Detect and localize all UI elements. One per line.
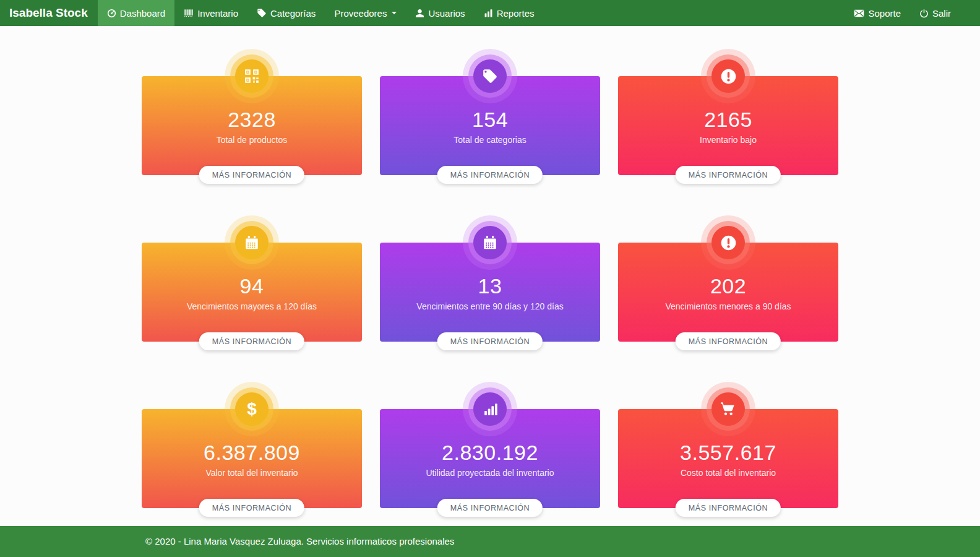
footer: © 2020 - Lina Maria Vasquez Zuluaga. Ser…	[0, 526, 980, 557]
more-info-button[interactable]: MÁS INFORMACIÓN	[676, 332, 781, 350]
stat-label: Inventario bajo	[618, 135, 838, 145]
nav-item-label: Reportes	[497, 8, 535, 19]
more-info-button[interactable]: MÁS INFORMACIÓN	[437, 332, 543, 350]
nav-item-proveedores[interactable]: Proveedores	[325, 0, 406, 26]
stat-cards-grid: 2328 Total de productos MÁS INFORMACIÓN …	[142, 26, 838, 508]
nav-item-dashboard[interactable]: Dashboard	[98, 0, 174, 26]
nav-item-soporte[interactable]: Soporte	[845, 0, 910, 26]
stat-label: Total de productos	[142, 135, 362, 145]
calendar-icon	[235, 226, 269, 259]
stat-label: Costo total del inventario	[618, 468, 838, 478]
stat-label: Valor total del inventario	[142, 468, 362, 478]
stat-label: Vencimientos entre 90 días y 120 días	[380, 301, 600, 311]
stat-card-valor-inventario: $ 6.387.809 Valor total del inventario M…	[142, 409, 362, 508]
nav-item-label: Salir	[932, 8, 951, 19]
stat-card-costo-inventario: 3.557.617 Costo total del inventario MÁS…	[618, 409, 838, 508]
stat-label: Vencimientos mayores a 120 días	[142, 301, 362, 311]
dollar-icon: $	[235, 392, 269, 426]
stat-card-total-productos: 2328 Total de productos MÁS INFORMACIÓN	[142, 76, 362, 175]
nav-item-label: Proveedores	[334, 8, 387, 19]
more-info-button[interactable]: MÁS INFORMACIÓN	[437, 166, 543, 184]
more-info-button[interactable]: MÁS INFORMACIÓN	[676, 499, 781, 517]
bar-chart-icon	[484, 9, 493, 18]
nav-item-label: Usuarios	[428, 8, 465, 19]
more-info-button[interactable]: MÁS INFORMACIÓN	[199, 332, 304, 350]
nav-item-label: Soporte	[868, 8, 901, 19]
caret-down-icon	[392, 12, 397, 14]
stat-label: Utilidad proyectada del inventario	[380, 468, 600, 478]
more-info-button[interactable]: MÁS INFORMACIÓN	[199, 166, 304, 184]
stat-label: Total de categorias	[380, 135, 600, 145]
exclamation-circle-icon	[711, 226, 745, 259]
barcode-icon	[184, 8, 194, 18]
stat-card-vencimientos-90-120: 13 Vencimientos entre 90 días y 120 días…	[380, 243, 600, 342]
stat-card-total-categorias: 154 Total de categorias MÁS INFORMACIÓN	[380, 76, 600, 175]
footer-copyright: © 2020 - Lina Maria Vasquez Zuluaga. Ser…	[145, 536, 454, 546]
user-icon	[415, 9, 424, 18]
nav-item-salir[interactable]: Salir	[910, 0, 960, 26]
stat-card-utilidad-proyectada: 2.830.192 Utilidad proyectada del invent…	[380, 409, 600, 508]
nav-item-label: Inventario	[197, 8, 238, 19]
nav-item-inventario[interactable]: Inventario	[174, 0, 247, 26]
nav-menu-right: Soporte Salir	[845, 0, 980, 26]
stat-label: Vencimientos menores a 90 días	[618, 301, 838, 311]
exclamation-circle-icon	[711, 59, 745, 93]
bar-chart-icon	[473, 392, 507, 426]
navbar: Isabella Stock Dashboard Inventario Cate…	[0, 0, 980, 26]
stat-card-vencimientos-120: 94 Vencimientos mayores a 120 días MÁS I…	[142, 243, 362, 342]
qrcode-icon	[235, 59, 269, 93]
nav-item-reportes[interactable]: Reportes	[475, 0, 544, 26]
nav-item-label: Categorías	[270, 8, 316, 19]
brand[interactable]: Isabella Stock	[0, 0, 98, 26]
dashboard-content: 2328 Total de productos MÁS INFORMACIÓN …	[0, 26, 980, 526]
more-info-button[interactable]: MÁS INFORMACIÓN	[437, 499, 543, 517]
calendar-icon	[473, 226, 507, 259]
nav-item-categorias[interactable]: Categorías	[247, 0, 325, 26]
cart-icon	[711, 392, 745, 426]
gauge-icon	[107, 9, 116, 18]
more-info-button[interactable]: MÁS INFORMACIÓN	[676, 166, 781, 184]
power-icon	[919, 9, 929, 18]
nav-menu: Dashboard Inventario Categorías Proveedo…	[98, 0, 544, 26]
more-info-button[interactable]: MÁS INFORMACIÓN	[199, 499, 304, 517]
nav-item-label: Dashboard	[120, 8, 165, 19]
envelope-icon	[854, 8, 864, 19]
stat-card-inventario-bajo: 2165 Inventario bajo MÁS INFORMACIÓN	[618, 76, 838, 175]
stat-card-vencimientos-90: 202 Vencimientos menores a 90 días MÁS I…	[618, 243, 838, 342]
tag-icon	[257, 8, 267, 18]
tag-icon	[473, 59, 507, 93]
footer-inner: © 2020 - Lina Maria Vasquez Zuluaga. Ser…	[142, 536, 838, 547]
nav-item-usuarios[interactable]: Usuarios	[406, 0, 474, 26]
